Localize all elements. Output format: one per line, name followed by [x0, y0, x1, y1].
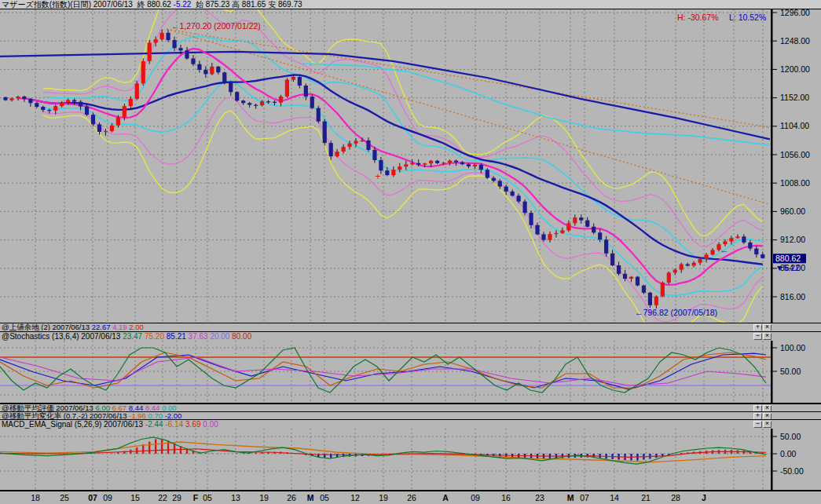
- panel-header-macd[interactable]: MACD_EMA_Signal (5,26,9) 2007/06/13 -2.4…: [0, 419, 821, 429]
- x-axis-label: 21: [641, 493, 651, 502]
- x-axis-label: 05: [203, 493, 212, 502]
- header-text-part: @Stochastics (13,6,4) 2007/06/13: [2, 332, 123, 341]
- macd-chart[interactable]: 50.000.00-50.00: [0, 429, 821, 490]
- toggle-panel-button-ma-henkaritsu[interactable]: +: [753, 413, 762, 419]
- close-panel-button-uwane[interactable]: ×: [763, 324, 772, 331]
- panel-header-stochastics[interactable]: @Stochastics (13,6,4) 2007/06/13 23.47 7…: [0, 331, 821, 341]
- svg-text:1008.00: 1008.00: [780, 178, 810, 188]
- svg-text:1296.00: 1296.00: [780, 9, 810, 17]
- header-text-part: 3.69: [185, 420, 203, 429]
- x-axis-label: 13: [231, 493, 240, 502]
- svg-text:-50.00: -50.00: [780, 466, 804, 476]
- header-text-part: 85.21: [167, 332, 189, 341]
- x-axis-label: J: [702, 493, 706, 502]
- x-axis-label: 19: [379, 493, 388, 502]
- svg-text:1104.00: 1104.00: [780, 121, 809, 130]
- header-text-part: 始 875.23 高 881.65 安 869.73: [191, 0, 302, 9]
- toggle-panel-button-ma-hyoka[interactable]: +: [753, 405, 762, 411]
- x-axis-label: 23: [535, 493, 544, 502]
- svg-text:50.00: 50.00: [780, 432, 801, 441]
- svg-text:912.00: 912.00: [780, 235, 805, 244]
- header-text-part: 22.67: [92, 323, 112, 331]
- x-axis-label: 22: [158, 493, 167, 502]
- x-axis-label: 05: [320, 493, 329, 502]
- x-axis-label: 07: [88, 493, 97, 502]
- panel-header-ma-henkaritsu[interactable]: @移動平均変化率 (0.7,-2) 2007/06/13 -1.96 0.70 …: [0, 411, 821, 419]
- header-text-part: -5.22: [174, 0, 192, 9]
- svg-text:100.00: 100.00: [780, 343, 805, 352]
- toggle-panel-button-uwane[interactable]: +: [753, 324, 762, 331]
- x-axis-label: M: [567, 493, 574, 502]
- close-panel-button-macd[interactable]: ×: [763, 421, 772, 428]
- header-text-part: 6.00: [95, 404, 112, 411]
- svg-text:1200.00: 1200.00: [780, 64, 810, 74]
- x-axis-label: M: [307, 493, 314, 502]
- x-axis-label: 18: [31, 493, 40, 502]
- header-text-part: 8.44: [129, 404, 145, 411]
- stochastics-chart[interactable]: 100.0050.00: [0, 341, 821, 404]
- chart-application-window: マザーズ指数(指数)(日間) 2007/06/13 終 880.62 -5.22…: [0, 0, 821, 504]
- header-text-part: -1.96: [129, 411, 148, 419]
- x-axis-label: 16: [501, 493, 511, 502]
- header-text-part: 8.44: [145, 404, 162, 411]
- panel-header-ma-hyoka[interactable]: @移動平均評価 2007/06/13 6.00 6.67 8.44 8.44 0…: [0, 404, 821, 411]
- svg-text:50.00: 50.00: [780, 367, 801, 376]
- x-axis-label: 15: [130, 493, 140, 502]
- header-text-part: 0.00: [203, 420, 218, 429]
- svg-text:1248.00: 1248.00: [780, 36, 810, 46]
- header-text-part: @移動平均評価 2007/06/13: [2, 404, 95, 411]
- header-text-part: @移動平均変化率 (0.7,-2) 2007/06/13: [2, 411, 129, 419]
- svg-text:▼5.22: ▼5.22: [775, 263, 800, 272]
- header-text-part: マザーズ指数(指数)(日間) 2007/06/13 終 880.62: [2, 0, 174, 9]
- x-axis-label: 28: [671, 493, 680, 502]
- header-text-part: 20.00: [210, 332, 232, 341]
- header-text-part: 2.00: [129, 323, 144, 331]
- x-axis-label: 29: [172, 493, 181, 502]
- header-text-part: 37.63: [189, 332, 211, 341]
- header-text-part: 80.00: [232, 332, 251, 341]
- toggle-panel-button-stochastics[interactable]: −: [753, 333, 762, 340]
- x-axis-label: 19: [259, 493, 269, 502]
- svg-text:+: +: [375, 171, 380, 182]
- svg-text:960.00: 960.00: [780, 206, 805, 216]
- header-text-part: @上値余地 (2) 2007/06/13: [2, 323, 92, 331]
- title-bar: マザーズ指数(指数)(日間) 2007/06/13 終 880.62 -5.22…: [0, 0, 821, 9]
- svg-text:1152.00: 1152.00: [780, 93, 809, 102]
- x-axis-label: 09: [103, 493, 112, 502]
- x-axis-label: 26: [407, 493, 416, 502]
- header-text-part: 75.20: [145, 332, 167, 341]
- header-text-part: 0.00: [162, 404, 177, 411]
- x-axis-label: 09: [471, 493, 480, 502]
- x-axis-label: F: [193, 493, 198, 502]
- x-axis-label: A: [442, 493, 449, 502]
- header-text-part: 4.19: [112, 323, 129, 331]
- close-panel-button-ma-henkaritsu[interactable]: ×: [763, 413, 772, 419]
- x-axis-label: 14: [610, 493, 619, 502]
- header-text-part: 6.67: [112, 404, 129, 411]
- header-text-part: 23.47: [123, 332, 145, 341]
- svg-text:H: -30.67%: H: -30.67%: [677, 13, 719, 22]
- close-panel-button-ma-hyoka[interactable]: ×: [763, 405, 772, 411]
- svg-text:880.62: 880.62: [775, 254, 801, 263]
- svg-text:←: ←: [720, 245, 729, 254]
- header-text-part: -6.14: [165, 420, 185, 429]
- x-axis-label: 12: [350, 493, 360, 502]
- panel-header-uwane-yochi[interactable]: @上値余地 (2) 2007/06/13 22.67 4.19 2.00+×: [0, 323, 821, 331]
- svg-text:L: 10.52%: L: 10.52%: [729, 13, 766, 22]
- svg-text:←796.82 (2007/05/18): ←796.82 (2007/05/18): [635, 308, 717, 317]
- main-price-chart[interactable]: +←1296.001248.001200.001152.001104.00105…: [0, 9, 821, 323]
- header-text-part: -2.00: [165, 411, 182, 419]
- x-axis-label: 25: [60, 493, 69, 502]
- x-axis-date-labels: 18250709152229F05131926M05121926A091623M…: [0, 491, 821, 504]
- header-text-part: 0.70: [148, 411, 165, 419]
- svg-text:←1,270.20 (2007/01/22): ←1,270.20 (2007/01/22): [171, 21, 261, 31]
- svg-text:1056.00: 1056.00: [780, 150, 810, 159]
- header-text-part: MACD_EMA_Signal (5,26,9) 2007/06/13: [2, 420, 145, 429]
- svg-text:0.00: 0.00: [780, 449, 797, 458]
- x-axis-label: 26: [287, 493, 296, 502]
- svg-text:816.00: 816.00: [780, 292, 805, 301]
- close-panel-button-stochastics[interactable]: ×: [763, 333, 772, 340]
- header-text-part: -2.44: [145, 420, 166, 429]
- toggle-panel-button-macd[interactable]: −: [753, 421, 762, 428]
- x-axis-label: 07: [580, 493, 589, 502]
